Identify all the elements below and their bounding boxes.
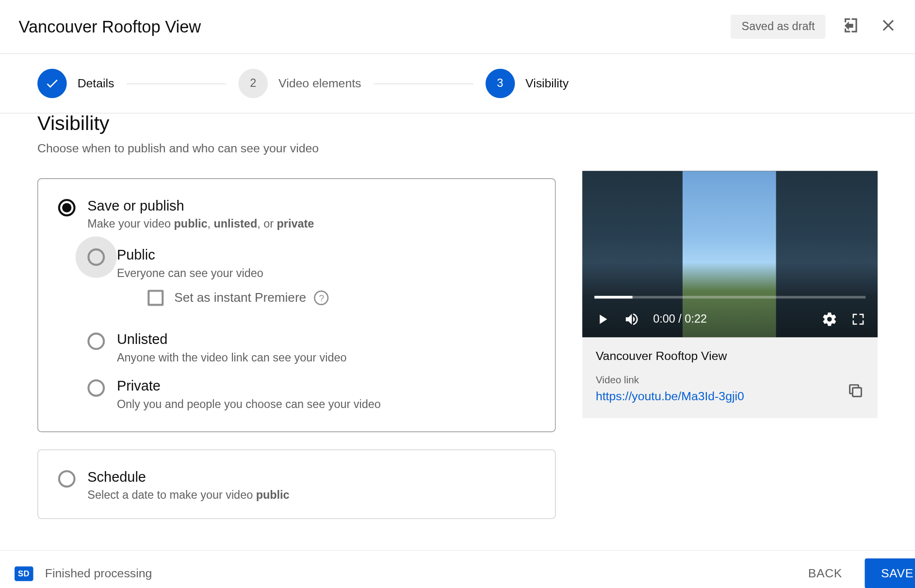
settings-gear-icon[interactable] [821, 311, 837, 327]
processing-status: Finished processing [45, 567, 794, 581]
save-or-publish-option[interactable]: Save or publish Make your video public, … [58, 197, 535, 231]
visibility-public-option[interactable]: Public Everyone can see your video Set a… [87, 247, 535, 318]
option-desc: Anyone with the video link can see your … [117, 351, 347, 365]
option-title: Save or publish [87, 197, 314, 213]
check-icon [37, 69, 67, 98]
help-icon[interactable]: ? [314, 291, 329, 305]
section-title: Visibility [37, 114, 556, 135]
premiere-checkbox[interactable] [147, 290, 163, 306]
video-metadata: Vancouver Rooftop View Video link https:… [582, 337, 877, 418]
video-title: Vancouver Rooftop View [596, 349, 864, 363]
schedule-option[interactable]: Schedule Select a date to make your vide… [58, 469, 535, 502]
premiere-label: Set as instant Premiere [174, 291, 306, 305]
radio-selected-icon[interactable] [58, 199, 76, 216]
dialog-title: Vancouver Rooftop View [19, 17, 731, 36]
dialog-footer: SD Finished processing BACK SAVE [0, 550, 915, 588]
video-link[interactable]: https://youtu.be/Ma3Id-3gji0 [596, 390, 839, 404]
section-subtitle: Choose when to publish and who can see y… [37, 142, 556, 156]
back-button[interactable]: BACK [794, 558, 857, 588]
step-video-elements[interactable]: 2 Video elements [238, 69, 361, 98]
option-desc: Everyone can see your video [117, 267, 329, 281]
step-connector [126, 83, 226, 83]
exit-icon[interactable] [842, 16, 861, 37]
step-label: Visibility [525, 77, 569, 91]
save-button[interactable]: SAVE [865, 558, 915, 588]
sd-badge: SD [15, 566, 33, 581]
volume-icon[interactable] [624, 311, 640, 327]
video-progress-bar[interactable] [594, 296, 866, 299]
radio-icon[interactable] [58, 470, 76, 488]
saved-as-draft-badge: Saved as draft [731, 15, 826, 39]
schedule-card: Schedule Select a date to make your vide… [37, 449, 556, 519]
step-label: Details [78, 77, 114, 91]
option-desc: Select a date to make your video public [87, 489, 289, 503]
radio-icon[interactable] [87, 379, 105, 397]
option-title: Private [117, 378, 381, 394]
step-connector [373, 83, 473, 83]
close-icon[interactable] [879, 16, 898, 37]
option-title: Schedule [87, 469, 289, 485]
stepper: Details 2 Video elements 3 Visibility [0, 54, 915, 114]
option-desc: Make your video public, unlisted, or pri… [87, 218, 314, 231]
dialog-header: Vancouver Rooftop View Saved as draft [0, 0, 915, 54]
step-details[interactable]: Details [37, 69, 114, 98]
fullscreen-icon[interactable] [851, 312, 866, 327]
radio-icon[interactable] [87, 248, 105, 266]
option-title: Public [117, 247, 329, 263]
step-number: 2 [238, 69, 268, 98]
visibility-unlisted-option[interactable]: Unlisted Anyone with the video link can … [87, 331, 535, 365]
save-or-publish-card: Save or publish Make your video public, … [37, 179, 556, 432]
video-link-label: Video link [596, 374, 839, 385]
play-icon[interactable] [594, 311, 610, 327]
step-label: Video elements [278, 77, 361, 91]
svg-rect-0 [852, 388, 861, 396]
step-visibility[interactable]: 3 Visibility [485, 69, 569, 98]
visibility-private-option[interactable]: Private Only you and people you choose c… [87, 378, 535, 411]
step-number: 3 [485, 69, 515, 98]
copy-icon[interactable] [847, 382, 865, 402]
option-desc: Only you and people you choose can see y… [117, 398, 381, 411]
option-title: Unlisted [117, 331, 347, 347]
video-time: 0:00 / 0:22 [653, 312, 707, 326]
radio-icon[interactable] [87, 333, 105, 350]
video-player[interactable]: 0:00 / 0:22 [582, 171, 877, 337]
